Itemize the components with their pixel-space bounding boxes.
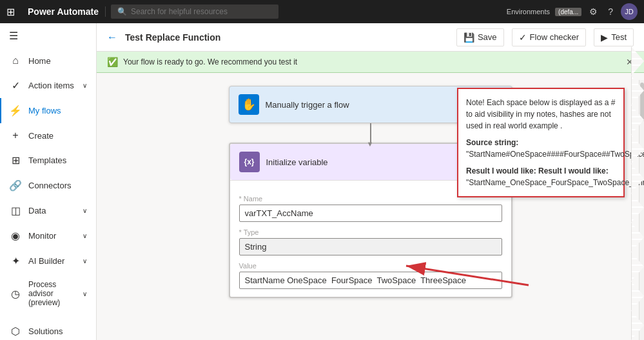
- sidebar: ☰ ⌂ Home ✓ Action items ∨ ⚡ My flows + C…: [0, 23, 97, 340]
- sidebar-item-label: Monitor: [28, 231, 56, 241]
- sidebar-item-data[interactable]: ◫ Data ∨: [0, 198, 96, 223]
- type-input[interactable]: [239, 238, 502, 255]
- trigger-icon-box: ✋: [239, 94, 259, 115]
- value-input[interactable]: [239, 272, 502, 289]
- sidebar-item-monitor[interactable]: ◉ Monitor ∨: [0, 223, 96, 248]
- success-icon: ✅: [107, 57, 118, 67]
- sidebar-item-label: AI Builder: [28, 256, 64, 266]
- action-items-icon: ✓: [9, 79, 22, 92]
- sidebar-item-action-items[interactable]: ✓ Action items ∨: [0, 73, 96, 98]
- flow-checker-label: Flow checker: [530, 32, 580, 42]
- sidebar-item-label: My flows: [28, 106, 61, 115]
- sidebar-item-label: Create: [28, 131, 54, 141]
- app-title: Power Automate: [21, 6, 106, 17]
- annotation-source-label: Source string:: [466, 137, 616, 148]
- name-label-text: * Name: [239, 195, 263, 203]
- search-box[interactable]: 🔍: [111, 5, 278, 19]
- sidebar-item-label: Action items: [28, 81, 74, 90]
- sidebar-item-connectors[interactable]: 🔗 Connectors: [0, 173, 96, 198]
- init-var-icon-box: {x}: [239, 152, 260, 172]
- annotation-result-value: "StartName_OneSpace_FourSpace_TwoSpace_T…: [466, 177, 616, 188]
- flow-title: Test Replace Function: [125, 32, 220, 43]
- save-button[interactable]: 💾 Save: [456, 28, 504, 46]
- value-label-text: Value: [239, 262, 257, 270]
- help-icon[interactable]: ?: [605, 5, 616, 18]
- search-input[interactable]: [131, 7, 260, 16]
- monitor-icon: ◉: [9, 230, 22, 242]
- waffle-icon[interactable]: ⊞: [0, 6, 21, 18]
- sidebar-item-create[interactable]: + Create: [0, 123, 96, 148]
- env-label: Environments: [507, 8, 550, 15]
- test-button[interactable]: ▶ Test: [594, 28, 634, 46]
- annotation-source-value: "StartName#OneSpace####FourSpace##TwoSpa…: [466, 148, 616, 160]
- flow-checker-button[interactable]: ✓ Flow checker: [512, 28, 587, 46]
- main-area: ← Test Replace Function 💾 Save ✓ Flow ch…: [97, 23, 644, 340]
- value-label: Value: [239, 262, 502, 270]
- right-icons: Environments (defa... ⚙ ? JD: [507, 3, 644, 20]
- trigger-icon: ✋: [242, 97, 256, 112]
- solutions-icon: ⬡: [9, 325, 22, 337]
- chevron-down-icon: ∨: [83, 232, 87, 239]
- settings-icon[interactable]: ⚙: [587, 5, 600, 18]
- home-icon: ⌂: [9, 55, 22, 66]
- data-icon: ◫: [9, 205, 22, 217]
- sidebar-item-label: Solutions: [28, 326, 63, 336]
- sidebar-item-process-advisor[interactable]: ◷ Process advisor (preview) ∨: [0, 274, 96, 314]
- init-var-icon: {x}: [244, 157, 254, 166]
- chevron-down-icon: ∨: [83, 290, 87, 297]
- flow-toolbar: ← Test Replace Function 💾 Save ✓ Flow ch…: [97, 23, 644, 52]
- success-message: Your flow is ready to go. We recommend y…: [123, 57, 297, 66]
- sidebar-item-label: Connectors: [28, 181, 71, 190]
- init-var-title: Initialize variable: [266, 157, 476, 167]
- topbar: ⊞ Power Automate 🔍 Environments (defa...…: [0, 0, 644, 23]
- ai-builder-icon: ✦: [9, 255, 22, 267]
- sidebar-item-home[interactable]: ⌂ Home: [0, 48, 96, 73]
- sidebar-item-solutions[interactable]: ⬡ Solutions: [0, 319, 96, 340]
- sidebar-toggle[interactable]: ☰: [0, 23, 96, 48]
- type-label: * Type: [239, 228, 502, 236]
- search-icon: 🔍: [117, 7, 127, 16]
- create-icon: +: [9, 130, 22, 141]
- annotation-note: Note! Each space below is displayed as a…: [466, 97, 616, 132]
- templates-icon: ⊞: [9, 154, 22, 166]
- avatar: JD: [621, 3, 638, 20]
- connectors-icon: 🔗: [9, 179, 22, 192]
- annotation-result-label: Result I would like: Result I would like…: [466, 165, 616, 177]
- back-button[interactable]: ←: [107, 32, 117, 43]
- process-advisor-icon: ◷: [9, 288, 22, 300]
- chevron-down-icon: ∨: [83, 82, 87, 89]
- flow-connector-1: [370, 123, 371, 143]
- sidebar-item-templates[interactable]: ⊞ Templates: [0, 148, 96, 173]
- sidebar-item-my-flows[interactable]: ⚡ My flows: [0, 98, 96, 123]
- env-badge[interactable]: (defa...: [555, 8, 581, 16]
- init-var-body: * Name * Type Value: [230, 180, 511, 297]
- test-icon: ▶: [601, 32, 608, 43]
- name-input[interactable]: [239, 205, 502, 222]
- chevron-down-icon: ∨: [83, 257, 87, 265]
- sidebar-item-label: Process advisor (preview): [28, 280, 76, 307]
- test-label: Test: [611, 32, 627, 42]
- save-icon: 💾: [463, 32, 474, 43]
- trigger-title: Manually trigger a flow: [266, 100, 476, 110]
- sidebar-item-ai-builder[interactable]: ✦ AI Builder ∨: [0, 248, 96, 274]
- type-label-text: * Type: [239, 228, 259, 236]
- sidebar-item-label: Home: [28, 56, 51, 66]
- chevron-down-icon: ∨: [83, 207, 87, 214]
- success-banner: ✅ Your flow is ready to go. We recommend…: [97, 52, 644, 73]
- save-label: Save: [478, 32, 497, 42]
- flow-checker-icon: ✓: [519, 32, 527, 43]
- sidebar-item-label: Templates: [28, 155, 66, 165]
- flows-icon: ⚡: [9, 105, 22, 117]
- annotation-box: Note! Each space below is displayed as a…: [457, 88, 625, 197]
- sidebar-item-label: Data: [28, 206, 46, 215]
